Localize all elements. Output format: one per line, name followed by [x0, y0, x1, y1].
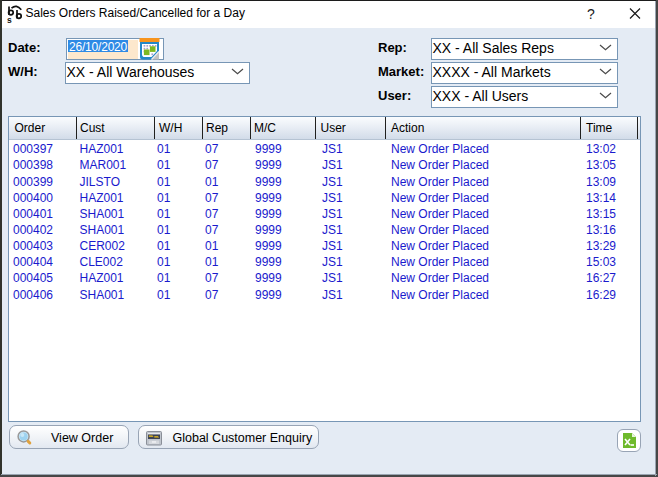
svg-text:?: ?: [587, 7, 595, 21]
svg-text:s: s: [7, 14, 12, 24]
